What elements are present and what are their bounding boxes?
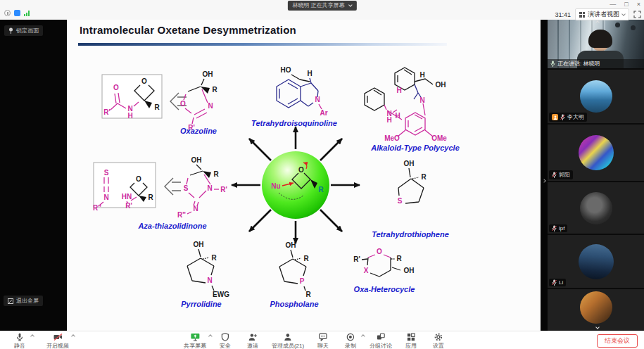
toolbar-left-group: 静音 开启视频 <box>11 333 69 349</box>
video-tile[interactable]: 郭阳 <box>548 125 644 181</box>
start-video-button[interactable]: 开启视频 <box>46 333 69 349</box>
network-signal-icon[interactable] <box>24 11 30 16</box>
atom-label: R' <box>125 202 132 210</box>
mic-muted-icon <box>552 279 557 286</box>
label-tetrahydrothiophene: Tetrahydrothiophene <box>372 230 449 239</box>
lock-view-label: 锁定画面 <box>16 27 39 34</box>
video-tile[interactable] <box>548 289 644 331</box>
close-button[interactable]: × <box>637 1 640 8</box>
status-icons <box>4 10 30 16</box>
avatar <box>580 192 612 224</box>
chevron-up-icon[interactable] <box>208 334 213 338</box>
mic-on-icon <box>550 61 555 67</box>
atom-label: R <box>305 291 311 298</box>
video-tile[interactable]: 李大明 <box>548 70 644 123</box>
structure-aza-thiazolidinone: OH S N R' N R'' R <box>177 156 227 219</box>
label-tetrahydroisoquinoline: Tetrahydroisoquinoline <box>251 119 337 127</box>
chevron-up-icon[interactable] <box>71 334 75 338</box>
info-icon[interactable] <box>4 10 11 16</box>
participant-name-tag: 郭阳 <box>549 170 573 179</box>
chat-button[interactable]: 聊天 <box>315 333 332 349</box>
meeting-timer: 31:41 <box>555 11 571 18</box>
end-meeting-button[interactable]: 结束会议 <box>597 334 638 348</box>
manage-members-button[interactable]: 管理成员(21) <box>272 333 304 349</box>
record-button[interactable]: 录制 <box>342 333 359 349</box>
atom-label: P <box>300 277 305 285</box>
video-tile-speaker[interactable]: 正在讲话: 林晓明 <box>548 20 644 68</box>
minimize-button[interactable]: — <box>610 1 616 8</box>
atom-label: MeO <box>384 134 400 142</box>
grid-view-icon <box>579 12 585 18</box>
label-aza-thiazolidinone: Aza-thiazolidinone <box>138 222 206 230</box>
chevron-right-icon <box>542 179 546 183</box>
maximize-button[interactable]: □ <box>624 1 628 8</box>
atom-label: OH <box>194 241 204 248</box>
speaking-indicator: 正在讲话: 林晓明 <box>548 59 644 68</box>
screen-share-banner[interactable]: 林晓明 正在共享屏幕 <box>287 1 356 11</box>
window-controls: — □ × <box>610 1 640 8</box>
breakout-rooms-button[interactable]: 分组讨论 <box>370 333 392 349</box>
label-oxazoline: Oxazoline <box>180 127 217 135</box>
atom-label: O <box>377 248 382 255</box>
atom-label: N <box>208 102 213 110</box>
chevron-down-icon[interactable] <box>595 325 600 329</box>
invite-button[interactable]: 邀请 <box>244 333 261 349</box>
participant-name: 李大明 <box>567 113 584 121</box>
invite-person-icon <box>248 333 257 341</box>
view-controls: 31:41 演讲者视图 <box>555 8 641 20</box>
video-tile[interactable]: Li <box>548 235 644 288</box>
lock-view-tag[interactable]: 锁定画面 <box>4 25 43 36</box>
atom-label: OH <box>404 267 415 274</box>
host-badge-icon <box>552 114 558 120</box>
atom-label: R' <box>103 108 111 116</box>
apps-label: 应用 <box>405 342 417 349</box>
atom-label: HO <box>281 66 291 74</box>
layout-view-button[interactable]: 演讲者视图 <box>575 8 629 20</box>
atom-label: O <box>113 84 119 91</box>
security-button[interactable]: 安全 <box>217 333 234 349</box>
atom-label: N <box>103 193 108 201</box>
chevron-up-icon[interactable] <box>361 334 365 338</box>
atom-label: Ar <box>320 109 327 117</box>
atom-label: H <box>127 112 132 120</box>
participant-name-tag: lpf <box>549 224 567 232</box>
settings-button[interactable]: 设置 <box>430 333 447 349</box>
toolbar-center-group: 共享屏幕 安全 邀请 管理成员(21) 聊天 录制 分组讨论 <box>184 333 447 349</box>
mic-muted-icon <box>552 225 557 231</box>
share-banner-text: 林晓明 正在共享屏幕 <box>292 2 344 9</box>
share-screen-button[interactable]: 共享屏幕 <box>184 333 206 349</box>
start-video-label: 开启视频 <box>46 342 69 349</box>
pin-icon <box>8 27 13 34</box>
atom-label: OH <box>436 81 446 89</box>
structure-oxazoline: OH O N R R' <box>180 70 217 132</box>
atom-label: N <box>207 184 212 192</box>
exit-fullscreen-label: 退出全屏 <box>16 297 39 305</box>
avatar <box>579 244 614 279</box>
atom-label: O <box>136 175 141 183</box>
atom-label: OH <box>286 241 296 249</box>
participant-name-tag: 李大明 <box>549 113 587 122</box>
invite-label: 邀请 <box>247 342 258 349</box>
meeting-window: { "titlebar": { "share_banner": "林晓明 正在共… <box>0 0 644 349</box>
participant-name: lpf <box>559 225 564 231</box>
structure-alkaloid-polycycle: H OH N H H N H MeO OMe <box>365 68 447 142</box>
record-icon <box>346 333 355 341</box>
layout-view-label: 演讲者视图 <box>588 10 619 19</box>
retro-arrow <box>165 178 181 195</box>
mute-button[interactable]: 静音 <box>11 333 28 349</box>
central-oxetane-sphere: Nu O R <box>262 151 329 219</box>
fullscreen-button[interactable] <box>633 11 641 18</box>
exit-fullscreen-tag[interactable]: 退出全屏 <box>4 296 43 306</box>
share-screen-icon <box>190 333 199 341</box>
record-label: 录制 <box>345 342 356 349</box>
chevron-down-icon <box>348 3 353 7</box>
chevron-up-icon[interactable] <box>30 334 34 338</box>
chat-label: 聊天 <box>317 342 329 349</box>
mic-icon <box>15 333 24 341</box>
apps-button[interactable]: 应用 <box>403 333 419 349</box>
fullscreen-icon <box>633 11 641 18</box>
participant-name: 郭阳 <box>559 171 570 179</box>
sidebar-collapse-handle[interactable] <box>541 173 547 189</box>
video-tile[interactable]: lpf <box>548 182 644 234</box>
atom-label: S <box>104 169 109 177</box>
